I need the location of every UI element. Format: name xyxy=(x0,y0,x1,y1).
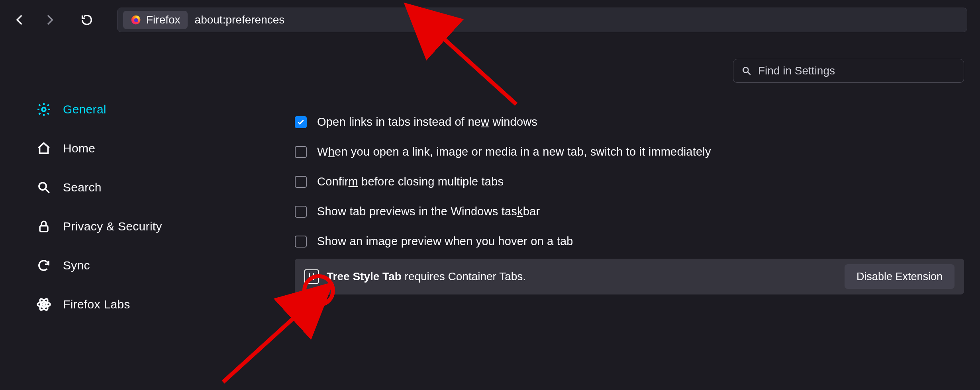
svg-point-3 xyxy=(39,183,46,190)
url-bar[interactable]: Firefox about:preferences xyxy=(117,8,967,32)
identity-chip[interactable]: Firefox xyxy=(123,11,188,29)
svg-point-2 xyxy=(42,107,46,111)
identity-chip-label: Firefox xyxy=(146,14,180,26)
option-switch-immediately[interactable]: When you open a link, image or media in … xyxy=(295,145,964,158)
home-icon xyxy=(36,140,52,156)
sidebar-item-label: Search xyxy=(63,181,102,194)
atom-icon xyxy=(36,296,52,312)
option-label: Confirm before closing multiple tabs xyxy=(317,175,504,188)
search-icon xyxy=(741,66,752,76)
sidebar: General Home Search Privacy & Security S… xyxy=(0,40,191,314)
tabs-options: Open links in tabs instead of new window… xyxy=(295,115,964,248)
firefox-icon xyxy=(130,14,141,25)
option-label: Show tab previews in the Windows taskbar xyxy=(317,205,540,218)
sidebar-item-labs[interactable]: Firefox Labs xyxy=(36,294,191,314)
sidebar-item-label: Sync xyxy=(63,259,90,272)
sidebar-item-label: Privacy & Security xyxy=(63,220,162,233)
option-label: When you open a link, image or media in … xyxy=(317,145,711,158)
gear-icon xyxy=(36,101,52,117)
back-button[interactable] xyxy=(9,9,31,31)
checkbox[interactable] xyxy=(295,176,307,188)
option-taskbar-preview[interactable]: Show tab previews in the Windows taskbar xyxy=(295,205,964,218)
sidebar-item-sync[interactable]: Sync xyxy=(36,255,191,275)
option-open-links-tabs[interactable]: Open links in tabs instead of new window… xyxy=(295,115,964,129)
banner-text: Tree Style Tab requires Container Tabs. xyxy=(327,270,526,283)
extension-banner: Tree Style Tab requires Container Tabs. … xyxy=(295,259,964,294)
checkbox[interactable] xyxy=(295,206,307,218)
option-hover-preview[interactable]: Show an image preview when you hover on … xyxy=(295,235,964,248)
checkbox[interactable] xyxy=(295,146,307,158)
option-label: Show an image preview when you hover on … xyxy=(317,235,573,248)
url-text: about:preferences xyxy=(195,14,285,26)
checkbox[interactable] xyxy=(295,236,307,248)
disable-extension-button[interactable]: Disable Extension xyxy=(845,264,955,289)
option-confirm-close[interactable]: Confirm before closing multiple tabs xyxy=(295,175,964,188)
option-label: Open links in tabs instead of new window… xyxy=(317,115,537,129)
content-area: General Home Search Privacy & Security S… xyxy=(0,40,980,314)
svg-rect-4 xyxy=(40,226,48,232)
svg-point-9 xyxy=(743,67,748,72)
browser-toolbar: Firefox about:preferences xyxy=(0,0,980,40)
sidebar-item-label: Firefox Labs xyxy=(63,298,130,311)
sidebar-item-privacy[interactable]: Privacy & Security xyxy=(36,216,191,236)
tree-style-tab-icon xyxy=(304,269,319,284)
sidebar-item-label: General xyxy=(63,103,106,116)
search-icon xyxy=(36,179,52,195)
sidebar-item-home[interactable]: Home xyxy=(36,138,191,158)
settings-search[interactable] xyxy=(733,59,964,83)
reload-button[interactable] xyxy=(76,9,98,31)
forward-button[interactable] xyxy=(38,9,61,31)
main-panel: Open links in tabs instead of new window… xyxy=(191,40,980,314)
sidebar-item-search[interactable]: Search xyxy=(36,177,191,197)
svg-point-1 xyxy=(134,18,139,23)
settings-search-input[interactable] xyxy=(757,64,956,78)
sync-icon xyxy=(36,257,52,273)
lock-icon xyxy=(36,218,52,234)
svg-point-8 xyxy=(43,304,45,306)
svg-line-11 xyxy=(223,311,301,382)
sidebar-item-label: Home xyxy=(63,142,95,155)
sidebar-item-general[interactable]: General xyxy=(36,99,191,119)
checkbox[interactable] xyxy=(295,116,307,128)
